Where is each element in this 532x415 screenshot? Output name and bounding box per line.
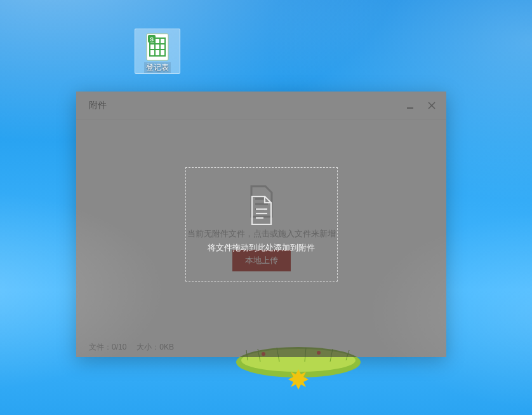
drop-zone[interactable]: 将文件拖动到此处添加到附件: [185, 167, 338, 282]
spreadsheet-file-icon: S: [146, 33, 169, 61]
document-outline-icon: [249, 195, 274, 226]
svg-text:S: S: [150, 36, 154, 43]
drag-overlay[interactable]: 将文件拖动到此处添加到附件: [76, 92, 446, 357]
desktop-background: S 登记表 附件: [0, 0, 532, 415]
desktop-file-icon[interactable]: S 登记表: [135, 29, 180, 74]
desktop-file-label: 登记表: [144, 62, 171, 73]
drop-hint-text: 将文件拖动到此处添加到附件: [201, 242, 321, 254]
